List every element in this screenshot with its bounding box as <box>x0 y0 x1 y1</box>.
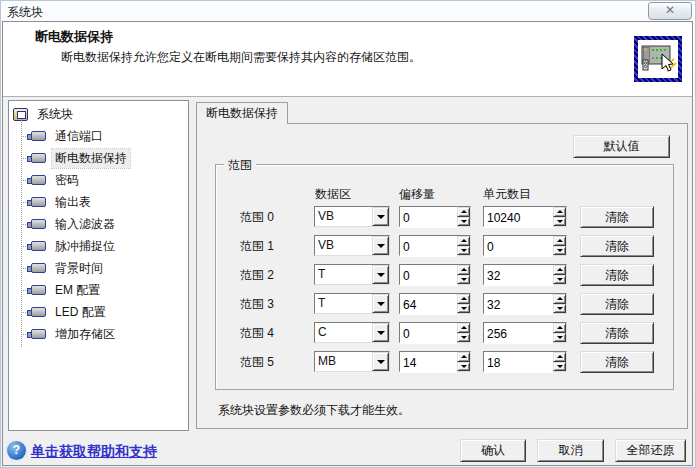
spin-down-icon[interactable] <box>457 333 470 343</box>
spin-down-icon[interactable] <box>553 246 566 256</box>
spin-up-icon[interactable] <box>553 294 566 304</box>
spin-down-icon[interactable] <box>457 362 470 372</box>
offset-stepper[interactable] <box>399 235 471 256</box>
spin-down-icon[interactable] <box>553 275 566 285</box>
spin-up-icon[interactable] <box>553 207 566 217</box>
clear-button[interactable]: 清除 <box>580 351 654 373</box>
title-bar[interactable]: 系统块 ✕ <box>0 0 696 22</box>
header-panel: 断电数据保持 断电数据保持允许您定义在断电期间需要保持其内容的存储区范围。 <box>3 22 692 97</box>
offset-input[interactable] <box>400 207 457 228</box>
spin-up-icon[interactable] <box>457 352 470 362</box>
plc-module-edit-icon <box>634 36 682 82</box>
data-area-select[interactable]: VB <box>314 235 390 256</box>
chevron-down-icon[interactable] <box>372 352 389 371</box>
clear-button[interactable]: 清除 <box>580 264 654 286</box>
close-button[interactable]: ✕ <box>648 2 692 20</box>
tree-item-input-filter[interactable]: 输入滤波器 <box>9 213 188 235</box>
tree-root-system-block[interactable]: 系统块 <box>9 103 188 125</box>
count-stepper[interactable] <box>483 235 567 256</box>
offset-input[interactable] <box>400 352 457 373</box>
clear-button[interactable]: 清除 <box>580 293 654 315</box>
data-area-select[interactable]: MB <box>314 351 390 372</box>
clear-button[interactable]: 清除 <box>580 235 654 257</box>
spin-down-icon[interactable] <box>457 217 470 227</box>
module-icon <box>31 131 46 141</box>
tree-root-label: 系统块 <box>34 105 76 124</box>
count-stepper[interactable] <box>483 351 567 372</box>
count-stepper[interactable] <box>483 264 567 285</box>
data-area-select[interactable]: T <box>314 264 390 285</box>
offset-stepper[interactable] <box>399 322 471 343</box>
defaults-button[interactable]: 默认值 <box>573 135 670 158</box>
chevron-down-icon[interactable] <box>372 323 389 342</box>
data-area-select[interactable]: T <box>314 293 390 314</box>
clear-button[interactable]: 清除 <box>580 322 654 344</box>
spin-down-icon[interactable] <box>553 362 566 372</box>
tree-item-output-table[interactable]: 输出表 <box>9 191 188 213</box>
spin-up-icon[interactable] <box>457 207 470 217</box>
tree-item-background-time[interactable]: 背景时间 <box>9 257 188 279</box>
count-input[interactable] <box>484 352 553 373</box>
offset-input[interactable] <box>400 265 457 286</box>
spin-down-icon[interactable] <box>457 246 470 256</box>
spin-up-icon[interactable] <box>553 236 566 246</box>
chevron-down-icon[interactable] <box>372 265 389 284</box>
count-input[interactable] <box>484 236 553 257</box>
count-input[interactable] <box>484 294 553 315</box>
count-stepper[interactable] <box>483 293 567 314</box>
tree-item-increase-memory[interactable]: 增加存储区 <box>9 323 188 345</box>
download-note: 系统块设置参数必须下载才能生效。 <box>218 402 410 419</box>
offset-stepper[interactable] <box>399 264 471 285</box>
clear-button[interactable]: 清除 <box>580 206 654 228</box>
spin-up-icon[interactable] <box>457 265 470 275</box>
offset-stepper[interactable] <box>399 206 471 227</box>
chevron-down-icon[interactable] <box>372 236 389 255</box>
tree-item-password[interactable]: 密码 <box>9 169 188 191</box>
range-row: 范围 4 C 清除 <box>197 322 687 344</box>
count-input[interactable] <box>484 265 553 286</box>
offset-input[interactable] <box>400 236 457 257</box>
tree-item-comm-port[interactable]: 通信端口 <box>9 125 188 147</box>
confirm-button[interactable]: 确认 <box>460 439 526 462</box>
spin-up-icon[interactable] <box>553 323 566 333</box>
range-label: 范围 5 <box>240 354 274 371</box>
spin-up-icon[interactable] <box>553 352 566 362</box>
help-link[interactable]: 单击获取帮助和支持 <box>31 443 157 461</box>
offset-stepper[interactable] <box>399 293 471 314</box>
tab-retentive-data[interactable]: 断电数据保持 <box>196 102 288 124</box>
range-label: 范围 4 <box>240 325 274 342</box>
offset-input[interactable] <box>400 294 457 315</box>
range-row: 范围 1 VB 清除 <box>197 235 687 257</box>
help-icon[interactable]: ? <box>7 441 26 460</box>
data-area-select[interactable]: VB <box>314 206 390 227</box>
offset-input[interactable] <box>400 323 457 344</box>
tree-item-led-config[interactable]: LED 配置 <box>9 301 188 323</box>
range-row: 范围 0 VB 清除 <box>197 206 687 228</box>
spin-down-icon[interactable] <box>553 304 566 314</box>
restore-all-button[interactable]: 全部还原 <box>615 439 686 462</box>
chevron-down-icon[interactable] <box>372 207 389 226</box>
offset-stepper[interactable] <box>399 351 471 372</box>
spin-down-icon[interactable] <box>553 333 566 343</box>
cancel-button[interactable]: 取消 <box>537 439 604 462</box>
tree-item-pulse-catch[interactable]: 脉冲捕捉位 <box>9 235 188 257</box>
count-input[interactable] <box>484 207 553 228</box>
data-area-select[interactable]: C <box>314 322 390 343</box>
count-input[interactable] <box>484 323 553 344</box>
column-header-count: 单元数目 <box>483 186 531 203</box>
range-group-title: 范围 <box>224 157 256 174</box>
count-stepper[interactable] <box>483 206 567 227</box>
spin-up-icon[interactable] <box>457 236 470 246</box>
chevron-down-icon[interactable] <box>372 294 389 313</box>
spin-down-icon[interactable] <box>457 275 470 285</box>
spin-down-icon[interactable] <box>457 304 470 314</box>
tree-item-em-config[interactable]: EM 配置 <box>9 279 188 301</box>
spin-up-icon[interactable] <box>457 294 470 304</box>
tree-item-retentive-data[interactable]: 断电数据保持 <box>9 147 188 169</box>
spin-down-icon[interactable] <box>553 217 566 227</box>
module-icon <box>31 307 46 317</box>
spin-up-icon[interactable] <box>457 323 470 333</box>
module-icon <box>31 241 46 251</box>
spin-up-icon[interactable] <box>553 265 566 275</box>
count-stepper[interactable] <box>483 322 567 343</box>
